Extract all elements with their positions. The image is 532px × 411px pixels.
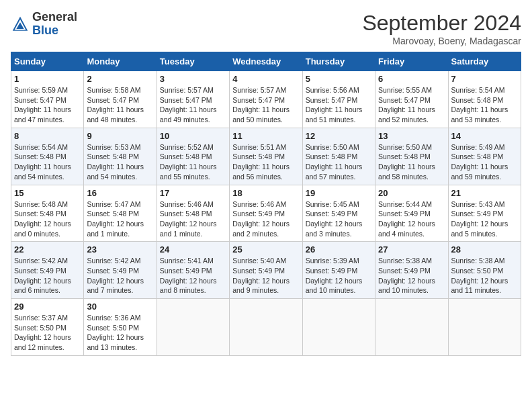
calendar-cell: 10Sunrise: 5:52 AMSunset: 5:48 PMDayligh… bbox=[157, 128, 229, 185]
day-number: 26 bbox=[306, 244, 372, 255]
day-info: Sunrise: 5:47 AMSunset: 5:48 PMDaylight:… bbox=[87, 199, 153, 239]
weekday-header-row: SundayMondayTuesdayWednesdayThursdayFrid… bbox=[11, 52, 521, 71]
day-number: 27 bbox=[378, 244, 445, 255]
day-info: Sunrise: 5:43 AMSunset: 5:49 PMDaylight:… bbox=[451, 199, 518, 239]
day-number: 25 bbox=[232, 244, 299, 255]
day-info: Sunrise: 5:42 AMSunset: 5:49 PMDaylight:… bbox=[14, 256, 81, 295]
calendar-cell: 28Sunrise: 5:38 AMSunset: 5:50 PMDayligh… bbox=[448, 242, 521, 299]
weekday-header-sunday: Sunday bbox=[11, 52, 84, 71]
day-info: Sunrise: 5:55 AMSunset: 5:47 PMDaylight:… bbox=[378, 85, 445, 125]
day-number: 3 bbox=[160, 74, 226, 84]
calendar-cell: 16Sunrise: 5:47 AMSunset: 5:48 PMDayligh… bbox=[84, 185, 157, 242]
calendar-cell bbox=[375, 299, 448, 356]
day-number: 11 bbox=[232, 131, 299, 141]
calendar-cell: 4Sunrise: 5:57 AMSunset: 5:47 PMDaylight… bbox=[230, 71, 302, 128]
logo: General Blue bbox=[11, 11, 77, 38]
calendar-cell: 12Sunrise: 5:50 AMSunset: 5:48 PMDayligh… bbox=[302, 128, 375, 185]
calendar-cell: 3Sunrise: 5:57 AMSunset: 5:47 PMDaylight… bbox=[157, 71, 229, 128]
calendar-table: SundayMondayTuesdayWednesdayThursdayFrid… bbox=[11, 52, 521, 356]
day-info: Sunrise: 5:58 AMSunset: 5:47 PMDaylight:… bbox=[87, 85, 153, 125]
calendar-cell bbox=[302, 299, 375, 356]
day-number: 2 bbox=[87, 74, 153, 84]
calendar-cell: 19Sunrise: 5:45 AMSunset: 5:49 PMDayligh… bbox=[302, 185, 375, 242]
calendar-cell bbox=[230, 299, 302, 356]
day-info: Sunrise: 5:57 AMSunset: 5:47 PMDaylight:… bbox=[232, 85, 299, 125]
day-info: Sunrise: 5:52 AMSunset: 5:48 PMDaylight:… bbox=[160, 142, 226, 182]
day-number: 5 bbox=[306, 74, 372, 84]
day-info: Sunrise: 5:51 AMSunset: 5:48 PMDaylight:… bbox=[232, 142, 299, 182]
calendar-cell: 23Sunrise: 5:42 AMSunset: 5:49 PMDayligh… bbox=[84, 242, 157, 299]
weekday-header-friday: Friday bbox=[375, 52, 448, 71]
week-row-2: 8Sunrise: 5:54 AMSunset: 5:48 PMDaylight… bbox=[11, 128, 521, 185]
week-row-5: 29Sunrise: 5:37 AMSunset: 5:50 PMDayligh… bbox=[11, 299, 521, 356]
weekday-header-thursday: Thursday bbox=[302, 52, 375, 71]
day-info: Sunrise: 5:36 AMSunset: 5:50 PMDaylight:… bbox=[87, 313, 153, 353]
calendar-cell: 25Sunrise: 5:40 AMSunset: 5:49 PMDayligh… bbox=[230, 242, 302, 299]
day-number: 1 bbox=[14, 74, 81, 84]
day-info: Sunrise: 5:38 AMSunset: 5:50 PMDaylight:… bbox=[451, 256, 518, 295]
day-info: Sunrise: 5:50 AMSunset: 5:48 PMDaylight:… bbox=[378, 142, 445, 182]
day-info: Sunrise: 5:46 AMSunset: 5:48 PMDaylight:… bbox=[160, 199, 226, 239]
calendar-cell: 13Sunrise: 5:50 AMSunset: 5:48 PMDayligh… bbox=[375, 128, 448, 185]
weekday-header-saturday: Saturday bbox=[448, 52, 521, 71]
day-info: Sunrise: 5:46 AMSunset: 5:49 PMDaylight:… bbox=[232, 199, 299, 239]
day-info: Sunrise: 5:59 AMSunset: 5:47 PMDaylight:… bbox=[14, 85, 81, 125]
weekday-header-monday: Monday bbox=[84, 52, 157, 71]
calendar-cell: 17Sunrise: 5:46 AMSunset: 5:48 PMDayligh… bbox=[157, 185, 229, 242]
calendar-cell: 8Sunrise: 5:54 AMSunset: 5:48 PMDaylight… bbox=[11, 128, 84, 185]
calendar-cell bbox=[448, 299, 521, 356]
calendar-cell: 6Sunrise: 5:55 AMSunset: 5:47 PMDaylight… bbox=[375, 71, 448, 128]
calendar-cell: 22Sunrise: 5:42 AMSunset: 5:49 PMDayligh… bbox=[11, 242, 84, 299]
logo-icon bbox=[11, 15, 30, 34]
day-info: Sunrise: 5:53 AMSunset: 5:48 PMDaylight:… bbox=[87, 142, 153, 182]
calendar-cell: 26Sunrise: 5:39 AMSunset: 5:49 PMDayligh… bbox=[302, 242, 375, 299]
day-info: Sunrise: 5:45 AMSunset: 5:49 PMDaylight:… bbox=[306, 199, 372, 239]
day-number: 13 bbox=[378, 131, 445, 141]
calendar-cell: 20Sunrise: 5:44 AMSunset: 5:49 PMDayligh… bbox=[375, 185, 448, 242]
location: Marovoay, Boeny, Madagascar bbox=[362, 36, 521, 46]
calendar-cell: 2Sunrise: 5:58 AMSunset: 5:47 PMDaylight… bbox=[84, 71, 157, 128]
calendar-cell: 9Sunrise: 5:53 AMSunset: 5:48 PMDaylight… bbox=[84, 128, 157, 185]
week-row-4: 22Sunrise: 5:42 AMSunset: 5:49 PMDayligh… bbox=[11, 242, 521, 299]
day-number: 23 bbox=[87, 244, 153, 255]
calendar-cell: 21Sunrise: 5:43 AMSunset: 5:49 PMDayligh… bbox=[448, 185, 521, 242]
day-number: 21 bbox=[451, 188, 518, 198]
calendar-cell: 15Sunrise: 5:48 AMSunset: 5:48 PMDayligh… bbox=[11, 185, 84, 242]
title-block: September 2024 Marovoay, Boeny, Madagasc… bbox=[362, 11, 521, 46]
day-number: 4 bbox=[232, 74, 299, 84]
day-info: Sunrise: 5:48 AMSunset: 5:48 PMDaylight:… bbox=[14, 199, 81, 239]
day-number: 22 bbox=[14, 244, 81, 255]
day-info: Sunrise: 5:38 AMSunset: 5:49 PMDaylight:… bbox=[378, 256, 445, 295]
day-info: Sunrise: 5:50 AMSunset: 5:48 PMDaylight:… bbox=[306, 142, 372, 182]
day-info: Sunrise: 5:42 AMSunset: 5:49 PMDaylight:… bbox=[87, 256, 153, 295]
day-number: 12 bbox=[306, 131, 372, 141]
day-info: Sunrise: 5:57 AMSunset: 5:47 PMDaylight:… bbox=[160, 85, 226, 125]
day-number: 14 bbox=[451, 131, 518, 141]
day-number: 10 bbox=[160, 131, 226, 141]
day-number: 30 bbox=[87, 302, 153, 312]
day-number: 8 bbox=[14, 131, 81, 141]
week-row-3: 15Sunrise: 5:48 AMSunset: 5:48 PMDayligh… bbox=[11, 185, 521, 242]
day-number: 28 bbox=[451, 244, 518, 255]
day-number: 16 bbox=[87, 188, 153, 198]
day-info: Sunrise: 5:39 AMSunset: 5:49 PMDaylight:… bbox=[306, 256, 372, 295]
calendar-cell bbox=[157, 299, 229, 356]
day-info: Sunrise: 5:54 AMSunset: 5:48 PMDaylight:… bbox=[14, 142, 81, 182]
calendar-cell: 30Sunrise: 5:36 AMSunset: 5:50 PMDayligh… bbox=[84, 299, 157, 356]
day-number: 19 bbox=[306, 188, 372, 198]
weekday-header-tuesday: Tuesday bbox=[157, 52, 229, 71]
logo-text: General Blue bbox=[32, 11, 77, 38]
calendar-cell: 24Sunrise: 5:41 AMSunset: 5:49 PMDayligh… bbox=[157, 242, 229, 299]
weekday-header-wednesday: Wednesday bbox=[230, 52, 302, 71]
day-info: Sunrise: 5:56 AMSunset: 5:47 PMDaylight:… bbox=[306, 85, 372, 125]
calendar-cell: 14Sunrise: 5:49 AMSunset: 5:48 PMDayligh… bbox=[448, 128, 521, 185]
day-info: Sunrise: 5:44 AMSunset: 5:49 PMDaylight:… bbox=[378, 199, 445, 239]
day-info: Sunrise: 5:37 AMSunset: 5:50 PMDaylight:… bbox=[14, 313, 81, 353]
day-number: 9 bbox=[87, 131, 153, 141]
day-info: Sunrise: 5:49 AMSunset: 5:48 PMDaylight:… bbox=[451, 142, 518, 182]
day-number: 29 bbox=[14, 302, 81, 312]
calendar-cell: 27Sunrise: 5:38 AMSunset: 5:49 PMDayligh… bbox=[375, 242, 448, 299]
day-number: 15 bbox=[14, 188, 81, 198]
calendar-cell: 18Sunrise: 5:46 AMSunset: 5:49 PMDayligh… bbox=[230, 185, 302, 242]
calendar-cell: 1Sunrise: 5:59 AMSunset: 5:47 PMDaylight… bbox=[11, 71, 84, 128]
